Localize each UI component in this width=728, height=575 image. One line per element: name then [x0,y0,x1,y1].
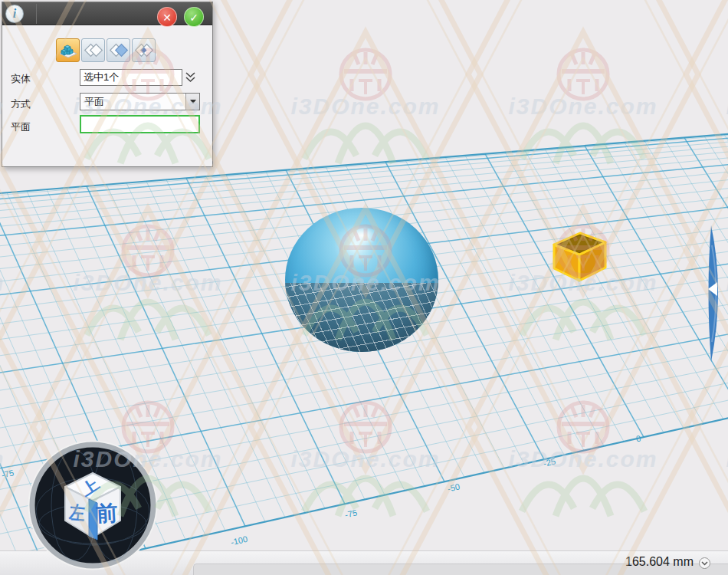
selection-filter-toolbar [56,38,156,62]
sphere-object[interactable] [285,208,438,352]
axis-label: -75 [344,508,358,519]
mountains-mark [87,302,209,340]
measurement-readout: 165.604 mm [625,555,694,569]
cancel-button[interactable]: ✕ [157,7,177,27]
seal-emblem [559,402,608,452]
entity-input[interactable] [80,69,182,86]
header-separator [36,4,37,24]
diamond-pair-dot-icon[interactable] [132,38,156,62]
dialog-header: i ✕ ✓ [2,2,212,25]
seal-emblem [341,50,390,99]
panel-flyout-tab[interactable] [702,222,726,365]
field-label-plane: 平面 [11,120,31,134]
cube-object[interactable] [546,227,615,288]
command-dialog: i ✕ ✓ [2,2,213,167]
sphere-translucent-half [285,283,438,352]
confirm-button[interactable]: ✓ [184,7,204,27]
axis-label: -25 [543,456,556,468]
seal-emblem [341,402,390,452]
mountains-mark [522,478,644,516]
units-dropdown-icon[interactable] [699,557,710,569]
field-label-entity: 实体 [11,72,31,86]
axis-label: -75 [1,468,15,479]
stacked-cubes-icon[interactable] [56,38,80,62]
watermark-text: i3DOne.com [0,446,5,472]
seal-emblem [123,226,172,275]
info-icon[interactable]: i [5,5,24,23]
sphere-highlight [345,225,379,246]
watermark-text: i3DOne.com [508,446,657,472]
watermark-text: i3DOne.com [290,446,440,472]
diamond-pair-icon[interactable] [81,38,105,62]
mountains-mark [522,302,644,340]
method-dropdown-value: 平面 [80,95,185,109]
mountains-mark [304,478,427,516]
application-window: -75 -100 -100 -75 -50 -25 0 165.604 mm [0,0,728,575]
axis-label: -100 [230,534,248,547]
field-label-method: 方式 [11,97,31,111]
view-navigation-cube[interactable]: 上 左 前 [25,438,160,573]
watermark-text: i3DOne.com [290,94,440,119]
watermark-text: i3DOne.com [0,270,5,295]
watermark-text: i3DOne.com [508,94,657,119]
diamond-pair-blue-icon[interactable] [107,38,130,62]
axis-label: -50 [447,481,461,493]
watermark-text: i3DOne.com [73,270,222,295]
mountains-mark [522,126,644,163]
chevron-double-down-icon[interactable] [185,71,196,84]
seal-emblem [559,50,608,99]
dropdown-arrow-icon[interactable] [185,94,199,110]
mountains-mark [304,126,427,163]
method-dropdown[interactable]: 平面 [80,93,200,110]
plane-input[interactable] [80,115,200,133]
nav-face-left[interactable]: 左 [67,502,86,524]
nav-face-front[interactable]: 前 [96,501,119,525]
axis-label: 0 [635,433,642,443]
